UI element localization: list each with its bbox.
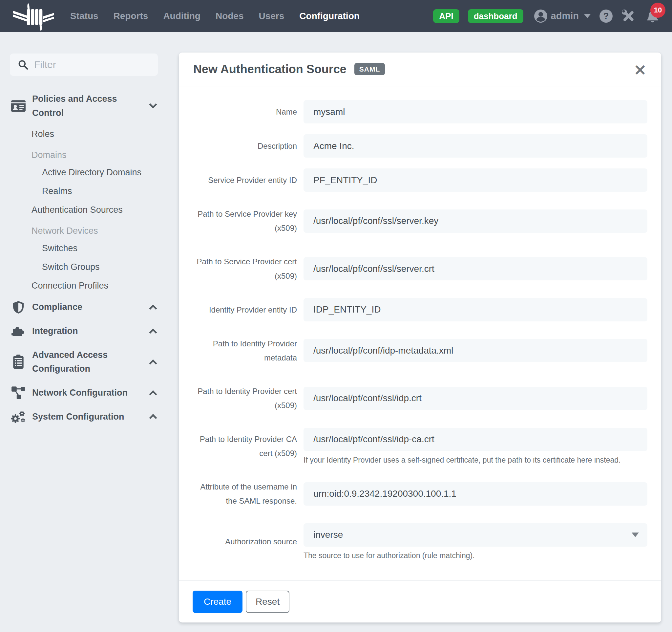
field-help-text: If your Identity Provider uses a self-si… [304, 455, 647, 465]
dashboard-badge[interactable]: dashboard [468, 9, 523, 23]
close-icon[interactable]: × [633, 62, 647, 77]
chevron-up-icon [149, 414, 157, 422]
sidebar-item-realms[interactable]: Realms [0, 182, 168, 201]
path-to-identity-provider-metadata-input[interactable] [304, 339, 647, 362]
sidebar-item-advanced-access-configuration[interactable]: Advanced Access Configuration [0, 343, 168, 381]
packetfence-logo-icon[interactable] [13, 3, 54, 31]
nav-item-auditing[interactable]: Auditing [163, 11, 200, 21]
field-label: Attribute of the username in the SAML re… [193, 475, 304, 512]
clipboard-icon [11, 355, 26, 369]
sidebar-filter [10, 53, 158, 76]
sidebar-item-connection-profiles[interactable]: Connection Profiles [0, 277, 168, 295]
username-label: admin [551, 10, 579, 21]
new-authentication-source-modal: New Authentication Source SAML × Name De… [179, 52, 661, 623]
id-card-icon [11, 100, 26, 112]
help-icon[interactable]: ? [599, 9, 613, 23]
chevron-up-icon [149, 359, 157, 367]
sidebar-section-network-devices: Network Devices [0, 219, 168, 239]
puzzle-icon [11, 325, 26, 337]
sidebar-section-domains: Domains [0, 143, 168, 163]
selected-value: inverse [313, 530, 343, 540]
form-row-identity-provider-entity-id: Identity Provider entity ID [193, 298, 647, 322]
form-row-description: Description [193, 134, 647, 158]
form-row-path-to-service-provider-key-x509: Path to Service Provider key (x509) [193, 203, 647, 239]
form-row-service-provider-entity-id: Service Provider entity ID [193, 168, 647, 192]
authorization-source-select[interactable]: inverse [304, 523, 647, 547]
form-row-authorization-source: Authorization source inverseThe source t… [193, 523, 647, 560]
path-to-service-provider-cert-x509-input[interactable] [304, 257, 647, 280]
field-help-text: The source to use for authorization (rul… [304, 551, 647, 560]
form-row-path-to-service-provider-cert-x509: Path to Service Provider cert (x509) [193, 250, 647, 287]
main-nav: StatusReportsAuditingNodesUsersConfigura… [70, 11, 360, 21]
saml-badge: SAML [354, 63, 385, 75]
sidebar-item-integration[interactable]: Integration [0, 319, 168, 343]
form-row-name: Name [193, 100, 647, 123]
field-label: Path to Identity Provider cert (x509) [193, 380, 304, 417]
nav-item-nodes[interactable]: Nodes [216, 11, 244, 21]
description-input[interactable] [304, 134, 647, 158]
select-caret-icon [632, 533, 639, 537]
shield-icon [11, 300, 26, 314]
top-navbar: StatusReportsAuditingNodesUsersConfigura… [0, 0, 672, 32]
svg-text:?: ? [603, 11, 609, 21]
sidebar-item-switches[interactable]: Switches [0, 239, 168, 258]
sidebar: Policies and Access ControlRolesDomainsA… [0, 32, 168, 632]
nav-item-status[interactable]: Status [70, 11, 98, 21]
api-badge[interactable]: API [433, 9, 459, 23]
chevron-up-icon [149, 390, 157, 398]
name-input[interactable] [304, 100, 647, 123]
modal-body: Name Description Service Provider entity… [179, 86, 661, 581]
sidebar-item-authentication-sources[interactable]: Authentication Sources [0, 201, 168, 219]
field-label: Path to Service Provider cert (x509) [193, 250, 304, 287]
form-row-attribute-of-the-username-in-the-saml-response: Attribute of the username in the SAML re… [193, 475, 647, 512]
modal-header: New Authentication Source SAML × [179, 52, 661, 86]
sidebar-item-roles[interactable]: Roles [0, 125, 168, 143]
path-to-identity-provider-cert-x509-input[interactable] [304, 387, 647, 410]
create-button[interactable]: Create [193, 591, 242, 613]
form-row-path-to-identity-provider-metadata: Path to Identity Provider metadata [193, 332, 647, 369]
identity-provider-entity-id-input[interactable] [304, 298, 647, 322]
sidebar-item-network-configuration[interactable]: Network Configuration [0, 381, 168, 405]
nav-item-users[interactable]: Users [259, 11, 284, 21]
field-label: Identity Provider entity ID [193, 299, 304, 321]
chevron-up-icon [149, 329, 157, 336]
tools-icon[interactable] [622, 9, 635, 23]
sitemap-icon [11, 386, 26, 400]
modal-title: New Authentication Source [193, 62, 346, 76]
sidebar-item-compliance[interactable]: Compliance [0, 295, 168, 319]
chevron-up-icon [149, 305, 157, 312]
gears-icon [11, 410, 26, 423]
notifications[interactable]: 10 [646, 9, 659, 23]
sidebar-item-system-configuration[interactable]: System Configuration [0, 405, 168, 429]
path-to-service-provider-key-x509-input[interactable] [304, 209, 647, 233]
nav-item-configuration[interactable]: Configuration [299, 11, 360, 21]
field-label: Name [193, 100, 304, 123]
search-icon [18, 60, 28, 70]
form-row-path-to-identity-provider-ca-cert-x509: Path to Identity Provider CA cert (x509)… [193, 428, 647, 465]
sidebar-item-active-directory-domains[interactable]: Active Directory Domains [0, 163, 168, 182]
navbar-right: API dashboard admin ? 10 [433, 9, 659, 23]
sidebar-item-switch-groups[interactable]: Switch Groups [0, 258, 168, 277]
form-row-path-to-identity-provider-cert-x509: Path to Identity Provider cert (x509) [193, 380, 647, 417]
field-label: Path to Service Provider key (x509) [193, 203, 304, 239]
field-label: Authorization source [193, 530, 304, 553]
nav-item-reports[interactable]: Reports [114, 11, 148, 21]
modal-footer: Create Reset [179, 581, 661, 623]
attribute-of-the-username-in-the-saml-response-input[interactable] [304, 482, 647, 506]
field-label: Path to Identity Provider CA cert (x509) [193, 428, 304, 465]
field-label: Description [193, 135, 304, 157]
service-provider-entity-id-input[interactable] [304, 168, 647, 192]
sidebar-nav: Policies and Access ControlRolesDomainsA… [0, 87, 168, 428]
user-menu[interactable]: admin [534, 9, 591, 23]
caret-down-icon [584, 14, 591, 18]
notification-count-badge: 10 [650, 3, 666, 18]
reset-button[interactable]: Reset [246, 591, 289, 613]
filter-input[interactable] [34, 59, 161, 70]
person-icon [534, 9, 548, 23]
sidebar-item-policies-and-access-control[interactable]: Policies and Access Control [0, 87, 168, 125]
path-to-identity-provider-ca-cert-x509-input[interactable] [304, 428, 647, 451]
field-label: Service Provider entity ID [193, 169, 304, 191]
field-label: Path to Identity Provider metadata [193, 332, 304, 369]
chevron-down-icon [149, 100, 157, 108]
